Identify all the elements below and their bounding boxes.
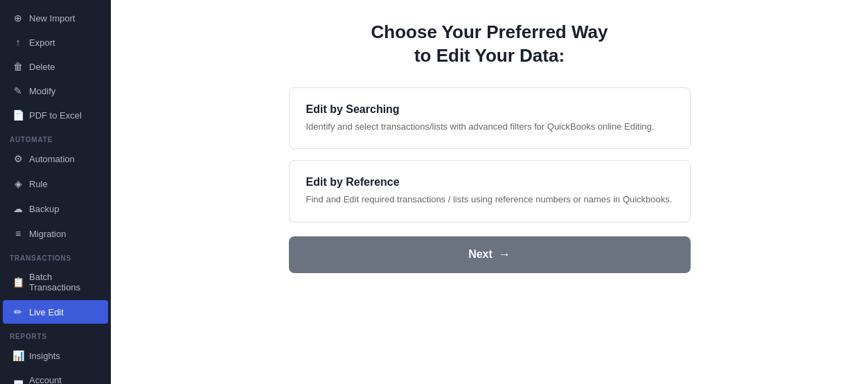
delete-icon: 🗑 bbox=[12, 61, 24, 72]
main-content: Choose Your Preferred Way to Edit Your D… bbox=[111, 0, 868, 384]
backup-icon: ☁ bbox=[12, 203, 24, 214]
sidebar-item-delete[interactable]: 🗑 Delete bbox=[3, 55, 108, 78]
sidebar-item-rule[interactable]: ◈ Rule bbox=[3, 172, 108, 195]
section-transactions-label: TRANSACTIONS bbox=[0, 246, 111, 265]
batch-transactions-icon: 📋 bbox=[12, 277, 24, 288]
card-searching-desc: Identify and select transactions/lists w… bbox=[306, 120, 673, 134]
page-title: Choose Your Preferred Way to Edit Your D… bbox=[371, 21, 608, 68]
sidebar-item-new-import[interactable]: ⊕ New Import bbox=[3, 6, 108, 30]
card-reference-desc: Find and Edit required transactions / li… bbox=[306, 193, 673, 207]
section-reports-label: REPORTS bbox=[0, 324, 111, 343]
insights-icon: 📊 bbox=[12, 350, 24, 361]
modify-icon: ✎ bbox=[12, 85, 24, 96]
sidebar-item-migration[interactable]: ≡ Migration bbox=[3, 222, 108, 245]
new-import-icon: ⊕ bbox=[12, 12, 24, 24]
live-edit-icon: ✏ bbox=[12, 306, 24, 317]
sidebar-item-modify[interactable]: ✎ Modify bbox=[3, 79, 108, 103]
sidebar-item-automation[interactable]: ⚙ Automation bbox=[3, 147, 108, 171]
sidebar-item-insights[interactable]: 📊 Insights bbox=[3, 344, 108, 367]
sidebar-item-backup[interactable]: ☁ Backup bbox=[3, 197, 108, 220]
sidebar-item-batch-transactions[interactable]: 📋 Batch Transactions bbox=[3, 265, 108, 299]
card-reference-title: Edit by Reference bbox=[306, 176, 673, 189]
account-summary-icon: 📃 bbox=[12, 380, 24, 384]
rule-icon: ◈ bbox=[12, 178, 24, 189]
card-searching-title: Edit by Searching bbox=[306, 103, 673, 116]
migration-icon: ≡ bbox=[12, 228, 24, 239]
sidebar-item-pdf-to-excel[interactable]: 📄 PDF to Excel bbox=[3, 103, 108, 127]
pdf-to-excel-icon: 📄 bbox=[12, 110, 24, 121]
sidebar-item-export[interactable]: ↑ Export bbox=[3, 30, 108, 54]
sidebar-item-live-edit[interactable]: ✏ Live Edit bbox=[3, 300, 108, 324]
next-button[interactable]: Next → bbox=[289, 236, 691, 273]
next-arrow-icon: → bbox=[498, 247, 511, 262]
edit-by-reference-card[interactable]: Edit by Reference Find and Edit required… bbox=[289, 160, 691, 222]
automation-icon: ⚙ bbox=[12, 153, 24, 164]
sidebar: ⊕ New Import ↑ Export 🗑 Delete ✎ Modify … bbox=[0, 0, 111, 384]
edit-by-searching-card[interactable]: Edit by Searching Identify and select tr… bbox=[289, 87, 691, 150]
section-automate-label: AUTOMATE bbox=[0, 128, 111, 146]
export-icon: ↑ bbox=[12, 37, 24, 48]
sidebar-item-account-summary[interactable]: 📃 Account Summary bbox=[3, 369, 108, 384]
